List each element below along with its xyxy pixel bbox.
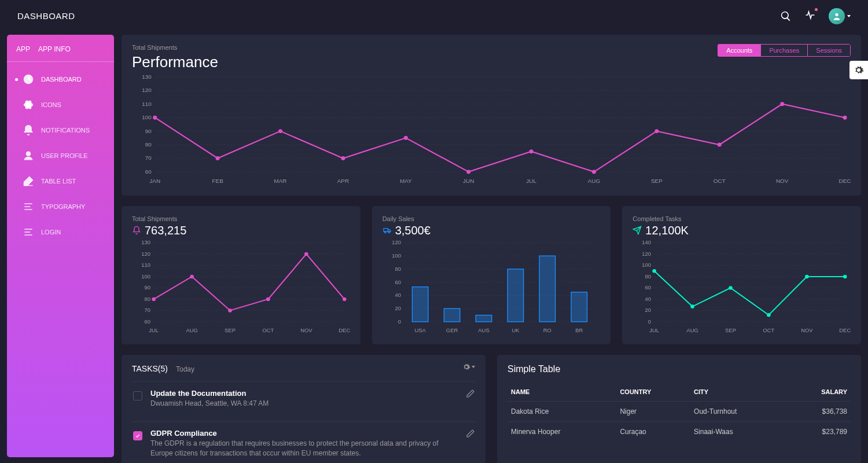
shipments-card: Total Shipments 763,215 6070809010011012…	[122, 206, 361, 345]
sidebar-item-user-profile[interactable]: USER PROFILE	[7, 143, 114, 168]
activity-icon[interactable]	[804, 9, 816, 23]
navbar: DASHBOARD	[0, 0, 868, 32]
svg-text:90: 90	[145, 128, 152, 134]
svg-text:120: 120	[141, 250, 150, 256]
task-edit-button[interactable]	[466, 389, 475, 400]
sidebar-item-notifications[interactable]: NOTIFICATIONS	[7, 117, 114, 143]
svg-text:NOV: NOV	[776, 178, 789, 184]
svg-text:110: 110	[141, 262, 150, 268]
chevron-down-icon	[847, 15, 851, 17]
sidebar-item-login[interactable]: LOGIN	[7, 219, 114, 245]
task-edit-button[interactable]	[466, 429, 475, 440]
shipments-subtitle: Total Shipments	[132, 215, 350, 222]
tasks-subtitle: Today	[176, 365, 194, 373]
svg-text:70: 70	[145, 155, 152, 161]
settings-fab[interactable]	[849, 61, 868, 79]
tab-sessions[interactable]: Sessions	[808, 44, 851, 57]
svg-text:JUL: JUL	[650, 327, 660, 333]
tasks-card: TASKS(5) Today Update the DocumentationD…	[122, 355, 486, 463]
svg-text:GER: GER	[446, 327, 458, 333]
sidebar-item-icons[interactable]: ICONS	[7, 92, 114, 117]
svg-text:JUN: JUN	[463, 178, 474, 184]
sidebar-item-table-list[interactable]: TABLE LIST	[7, 168, 114, 194]
task-row: GDPR ComplianceThe GDPR is a regulation …	[132, 421, 475, 463]
svg-text:MAY: MAY	[400, 178, 412, 184]
avatar	[829, 8, 845, 24]
page-title: DASHBOARD	[17, 11, 75, 21]
tab-accounts[interactable]: Accounts	[718, 44, 761, 57]
sidebar-item-label: LOGIN	[41, 229, 61, 236]
sidebar-item-typography[interactable]: TYPOGRAPHY	[7, 194, 114, 219]
svg-text:140: 140	[642, 239, 652, 245]
svg-rect-100	[507, 269, 523, 322]
svg-text:90: 90	[145, 284, 150, 291]
svg-rect-99	[476, 315, 491, 321]
user-menu[interactable]	[829, 8, 851, 24]
notification-dot	[815, 8, 818, 11]
svg-point-69	[152, 297, 156, 301]
sidebar-item-label: ICONS	[41, 101, 61, 108]
svg-point-42	[592, 170, 596, 174]
svg-point-46	[843, 116, 847, 120]
sales-card: Daily Sales 3,500€ 020406080100120USAGER…	[372, 206, 611, 345]
app-info-label: APP INFO	[38, 45, 71, 53]
sidebar-item-label: DASHBOARD	[41, 76, 82, 83]
svg-point-35	[153, 116, 157, 120]
task-title: GDPR Compliance	[150, 429, 460, 438]
svg-point-126	[691, 304, 695, 308]
completed-value: 12,100K	[645, 224, 689, 237]
svg-text:120: 120	[642, 250, 652, 256]
svg-text:120: 120	[392, 239, 401, 245]
svg-point-70	[190, 274, 194, 278]
svg-text:AUG: AUG	[186, 327, 197, 333]
svg-text:AUS: AUS	[478, 327, 489, 333]
table-title: Simple Table	[507, 364, 851, 374]
svg-point-41	[529, 149, 534, 153]
sidebar-item-label: TYPOGRAPHY	[41, 203, 85, 210]
svg-text:60: 60	[395, 278, 400, 285]
completed-subtitle: Completed Tasks	[632, 215, 851, 222]
svg-text:SEP: SEP	[225, 327, 236, 333]
svg-text:80: 80	[395, 265, 400, 271]
tab-purchases[interactable]: Purchases	[761, 44, 808, 57]
task-checkbox[interactable]	[133, 431, 142, 440]
send-icon	[632, 226, 642, 235]
svg-text:0: 0	[398, 318, 400, 325]
app-label: APP	[16, 45, 30, 53]
task-title: Update the Documentation	[150, 389, 460, 398]
sidebar-item-dashboard[interactable]: DASHBOARD	[7, 67, 114, 92]
sales-subtitle: Daily Sales	[382, 215, 601, 222]
svg-text:DEC: DEC	[339, 327, 350, 333]
svg-text:JAN: JAN	[149, 178, 160, 184]
svg-point-43	[654, 129, 659, 133]
performance-tabs: AccountsPurchasesSessions	[718, 44, 851, 57]
svg-point-76	[388, 232, 390, 233]
task-checkbox[interactable]	[133, 391, 142, 400]
svg-text:OCT: OCT	[262, 327, 274, 333]
svg-text:AUG: AUG	[687, 327, 698, 333]
svg-text:JUL: JUL	[526, 178, 536, 184]
tasks-title: TASKS(5)	[132, 364, 168, 373]
svg-rect-97	[412, 286, 428, 321]
svg-point-45	[780, 102, 784, 106]
svg-text:100: 100	[142, 114, 152, 120]
simple-table: NAMECOUNTRYCITYSALARY Dakota RiceNigerOu…	[507, 383, 851, 442]
sidebar-header: APP APP INFO	[7, 35, 114, 62]
search-icon[interactable]	[780, 10, 792, 22]
bell-icon	[132, 226, 141, 235]
svg-text:NOV: NOV	[801, 327, 813, 333]
tasks-settings-button[interactable]	[462, 363, 475, 371]
svg-text:RO: RO	[543, 327, 551, 333]
chevron-down-icon	[472, 366, 475, 368]
svg-point-37	[278, 129, 282, 133]
svg-point-125	[653, 269, 657, 273]
svg-text:OCT: OCT	[763, 327, 775, 333]
delivery-icon	[382, 226, 392, 235]
svg-text:60: 60	[145, 168, 152, 175]
svg-text:APR: APR	[337, 178, 349, 184]
svg-text:USA: USA	[414, 327, 426, 333]
svg-text:60: 60	[645, 284, 651, 291]
svg-text:OCT: OCT	[713, 178, 726, 184]
task-row: Update the DocumentationDwuamish Head, S…	[132, 381, 475, 416]
sidebar-item-label: NOTIFICATIONS	[41, 127, 90, 134]
